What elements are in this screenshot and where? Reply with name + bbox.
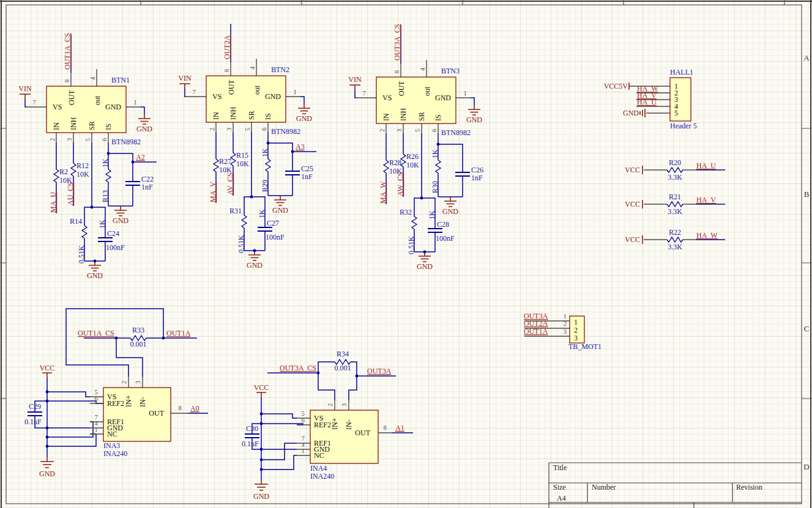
net-label-adc[interactable]: A0 <box>190 404 199 413</box>
net-label-out[interactable]: OUT1A_CS <box>63 33 72 70</box>
power-port-vin[interactable]: VIN <box>18 84 32 93</box>
component-body[interactable] <box>670 78 691 121</box>
btn-block-1[interactable]: VIN BTN1 BTN8982 7 8 4 1 2 3 5 6 VS GND … <box>18 33 157 280</box>
net-label-out[interactable]: OUT3A_CS <box>393 24 401 61</box>
resistor-value[interactable]: 10K <box>236 160 249 168</box>
schematic-canvas[interactable]: A B C D Title Size A4 Number Revision VI… <box>0 0 812 508</box>
gnd-label[interactable]: GND <box>417 262 433 271</box>
capacitor-designator[interactable]: C22 <box>141 175 154 183</box>
resistor-value[interactable]: 10K <box>406 161 419 169</box>
resistor-designator[interactable]: R21 <box>669 193 681 201</box>
power-port-vcc[interactable]: VCC <box>40 364 55 372</box>
wires[interactable] <box>355 25 474 252</box>
resistor-value[interactable]: 3.3K <box>668 207 682 216</box>
capacitor-value[interactable]: 1nF <box>471 174 483 182</box>
resistor-designator[interactable]: R12 <box>76 161 89 170</box>
capacitor-designator[interactable]: C28 <box>437 220 449 229</box>
capacitor-designator[interactable]: C26 <box>471 166 483 174</box>
resistor-body[interactable] <box>667 237 683 242</box>
capacitor-designator[interactable]: C29 <box>29 402 41 411</box>
gnd-label[interactable]: GND <box>466 116 482 124</box>
designator[interactable]: TB_MOT1 <box>568 342 602 351</box>
gnd-label[interactable]: GND <box>253 492 269 501</box>
resistor-designator[interactable]: R2 <box>59 167 68 176</box>
net-label-in[interactable]: MA_V <box>209 182 217 202</box>
capacitor-designator[interactable]: C25 <box>301 164 313 173</box>
gnd-label[interactable]: GND <box>296 114 312 123</box>
gnd-label[interactable]: GND <box>136 125 152 133</box>
power-port-vcc[interactable]: VCC <box>625 235 640 244</box>
capacitor-designator[interactable]: C24 <box>107 229 119 238</box>
designator[interactable]: BTN2 <box>271 65 289 74</box>
hall-header[interactable]: HALL1 Header 5 1 2 3 4 5 VCC5V HA_W HA_V… <box>604 68 697 130</box>
net-label-out[interactable]: OUT3A <box>367 367 392 375</box>
net-label-cs[interactable]: OUT1A_CS <box>78 329 114 337</box>
btn-block-2[interactable]: VIN BTN2 BTN8982 7 8 4 1 2 3 5 6 VS GND … <box>178 24 316 270</box>
wires[interactable] <box>185 24 304 251</box>
wires[interactable] <box>25 34 144 261</box>
resistor-designator[interactable]: R22 <box>669 228 681 237</box>
resistor-designator[interactable]: R13 <box>101 190 110 202</box>
capacitor-value[interactable]: 100nF <box>436 234 455 243</box>
net-label[interactable]: OUT2A <box>524 319 548 328</box>
ina3-block[interactable]: OUT1A_CS R33 0.001 OUT1A VCC C29 0.1uF G… <box>24 309 208 478</box>
net-label-adc[interactable]: A1 <box>395 424 404 432</box>
motor-terminal[interactable]: 1 2 3 1 2 3 OUT3A OUT2A OUT1A TB_MOT1 <box>524 312 602 351</box>
btn-block-3[interactable]: VIN BTN3 BTN8982 7 8 4 1 2 3 5 6 VS GND … <box>348 24 483 271</box>
net-label-inh[interactable]: AU_CS <box>66 182 75 205</box>
pullup-r21[interactable]: VCC R21 3.3K HA_V <box>625 193 725 216</box>
power-port-vcc[interactable]: VCC <box>625 200 640 208</box>
capacitor-body[interactable] <box>245 434 259 438</box>
resistor-body[interactable] <box>667 202 683 207</box>
capacitor-value[interactable]: 100nF <box>106 243 125 252</box>
part-comment[interactable]: Header 5 <box>670 122 697 130</box>
pullup-r20[interactable]: VCC R20 3.3K HA_U <box>625 158 725 182</box>
resistor-value[interactable]: 1K <box>431 149 439 158</box>
part-comment[interactable]: BTN8982 <box>111 138 141 146</box>
resistor-value[interactable]: 1K <box>101 158 110 167</box>
gnd-label[interactable]: GND <box>87 271 103 280</box>
net-label-inh[interactable]: AV_CS <box>226 173 234 195</box>
resistor-designator[interactable]: R27 <box>219 157 231 166</box>
resistor-body[interactable] <box>667 167 683 172</box>
resistor-value[interactable]: 1K <box>428 210 436 219</box>
designator[interactable]: BTN3 <box>441 67 460 75</box>
power-port-vin[interactable]: VIN <box>348 75 362 84</box>
resistor-value[interactable]: 10K <box>76 170 89 179</box>
net-label[interactable]: HA_V <box>696 196 716 204</box>
designator[interactable]: INA4 <box>310 464 327 473</box>
net-label-a[interactable]: A3 <box>296 142 305 151</box>
resistor-value[interactable]: 0.51K <box>407 236 415 254</box>
designator[interactable]: HALL1 <box>670 68 693 76</box>
resistor-designator[interactable]: R29 <box>261 180 269 192</box>
net-label-inh[interactable]: AW_CS <box>396 172 404 196</box>
resistor-designator[interactable]: R26 <box>406 152 419 161</box>
designator[interactable]: INA3 <box>103 441 120 450</box>
gnd-label[interactable]: GND <box>113 216 129 225</box>
shunt-designator[interactable]: R33 <box>132 326 144 334</box>
resistor-designator[interactable]: R15 <box>236 151 248 160</box>
net-label[interactable]: HA_U <box>696 161 716 170</box>
capacitor-value[interactable]: 1nF <box>301 172 313 181</box>
pullup-r22[interactable]: VCC R22 3.3K HA_W <box>625 228 725 251</box>
net-label[interactable]: HA_U <box>637 98 657 106</box>
gnd-label[interactable]: GND <box>442 207 458 216</box>
capacitor-value[interactable]: 0.1uF <box>24 418 42 426</box>
gnd-label[interactable]: GND <box>272 206 288 215</box>
net-label[interactable]: HA_W <box>696 231 718 240</box>
part-comment[interactable]: INA240 <box>310 472 334 480</box>
capacitor-value[interactable]: 0.1uF <box>242 440 259 448</box>
power-port-vcc[interactable]: VCC <box>625 166 640 174</box>
capacitor-value[interactable]: 1nF <box>141 183 153 191</box>
resistor-designator[interactable]: R28 <box>389 158 401 167</box>
gnd-label[interactable]: GND <box>39 469 55 478</box>
net-label-a[interactable]: A2 <box>136 153 145 161</box>
power-port-vcc[interactable]: VCC <box>254 383 269 392</box>
resistor-designator[interactable]: R31 <box>229 207 242 215</box>
resistor-value[interactable]: 0.51K <box>77 245 86 263</box>
shunt-value[interactable]: 0.001 <box>335 364 351 372</box>
resistor-designator[interactable]: R30 <box>431 181 439 193</box>
resistor-designator[interactable]: R20 <box>669 158 681 167</box>
resistor-designator[interactable]: R32 <box>400 208 412 216</box>
shunt-designator[interactable]: R34 <box>337 350 349 358</box>
